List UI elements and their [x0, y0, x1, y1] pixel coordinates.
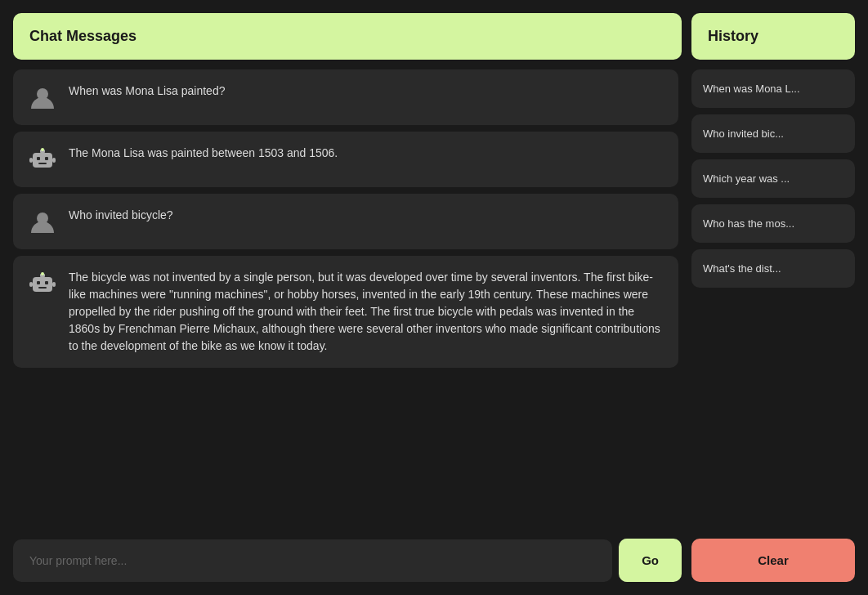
svg-rect-2 — [37, 157, 40, 160]
svg-rect-11 — [37, 281, 40, 284]
user-avatar — [28, 207, 57, 236]
svg-rect-12 — [45, 281, 48, 284]
main-panel: Chat Messages When was Mona Lisa painted… — [13, 13, 682, 582]
svg-rect-17 — [52, 282, 56, 287]
user-avatar — [28, 83, 57, 112]
sidebar-panel: History When was Mona L... Who invited b… — [691, 13, 855, 582]
chat-messages-area: When was Mona Lisa painted? The Mona Lis… — [13, 69, 682, 529]
svg-rect-8 — [52, 158, 56, 163]
history-item[interactable]: When was Mona L... — [691, 69, 855, 108]
message-text: The bicycle was not invented by a single… — [69, 269, 664, 355]
message-text: Who invited bicycle? — [69, 207, 664, 224]
history-item[interactable]: Who invited bic... — [691, 114, 855, 153]
message-text: The Mona Lisa was painted between 1503 a… — [69, 145, 664, 162]
svg-rect-16 — [29, 282, 33, 287]
svg-rect-4 — [38, 163, 47, 164]
history-title: History — [708, 28, 758, 44]
history-items: When was Mona L... Who invited bic... Wh… — [691, 69, 855, 529]
svg-rect-13 — [38, 287, 47, 289]
prompt-input[interactable] — [13, 539, 612, 582]
bot-avatar — [28, 269, 57, 298]
message-text: When was Mona Lisa painted? — [69, 83, 664, 100]
history-item[interactable]: Who has the mos... — [691, 204, 855, 243]
history-item[interactable]: Which year was ... — [691, 159, 855, 198]
table-row: When was Mona Lisa painted? — [13, 69, 678, 125]
history-header: History — [691, 13, 855, 60]
bot-avatar — [28, 145, 57, 174]
input-area: Go — [13, 539, 682, 582]
clear-button[interactable]: Clear — [691, 539, 855, 582]
table-row: Who invited bicycle? — [13, 194, 678, 249]
chat-messages-title: Chat Messages — [29, 28, 136, 44]
svg-point-15 — [41, 272, 44, 275]
svg-rect-7 — [29, 158, 33, 163]
go-button[interactable]: Go — [619, 539, 682, 582]
history-item[interactable]: What's the dist... — [691, 249, 855, 288]
chat-messages-header: Chat Messages — [13, 13, 682, 60]
svg-point-6 — [41, 148, 44, 151]
svg-rect-10 — [33, 277, 52, 292]
svg-rect-3 — [45, 157, 48, 160]
table-row: The bicycle was not invented by a single… — [13, 256, 678, 368]
table-row: The Mona Lisa was painted between 1503 a… — [13, 132, 678, 187]
svg-rect-1 — [33, 153, 52, 168]
